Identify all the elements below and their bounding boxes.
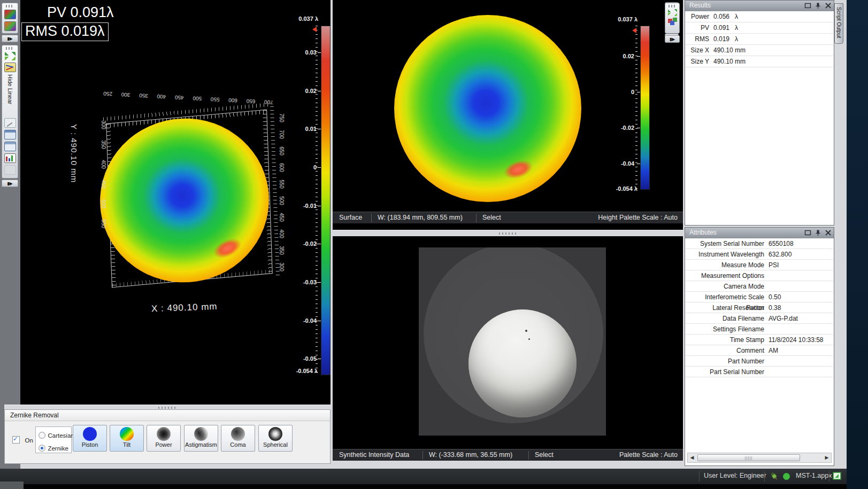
result-unit: λ [735,34,751,44]
axis-tick-label: 650 [279,146,285,156]
result-row: Size X 490.10 mm [686,45,833,56]
status-palette-scale[interactable]: Palette Scale : Auto [619,449,678,461]
attribute-value: 0.50 [769,292,833,302]
close-icon[interactable] [825,2,832,9]
attribute-label: System Serial Number [686,238,764,249]
attribute-value: 11/8/2024 10:33:58 AM [769,335,834,345]
window-restore-icon[interactable] [804,2,811,9]
axis-tick-label: 550 [101,219,106,228]
checkbox-icon[interactable] [12,436,20,444]
result-row: PV 0.091 λ [686,22,833,34]
close-icon[interactable] [825,229,832,236]
attribute-value: AVG-P.dat [769,313,833,323]
pin-icon[interactable] [815,229,821,236]
main-statusbar: User Level: Engineer MST-1.appx [0,469,847,484]
status-mode[interactable]: Select [482,212,501,223]
height-colorbar[interactable] [321,26,331,375]
zernike-panel-title: Zernike Removal [5,410,330,421]
connection-plug-icon[interactable] [769,471,779,483]
zernike-mode-group: Cartesian Zernike [35,426,72,453]
status-separator [371,214,372,222]
status-separator [764,471,765,482]
attributes-h-scrollbar[interactable]: ◀ ▶ [687,453,832,463]
toolbar-grip[interactable] [6,5,14,7]
toolbar-expand-button[interactable]: ▮▶ [2,180,18,187]
toolbar-expand-button[interactable]: ▮▶ [2,35,18,42]
radio-icon-selected[interactable] [39,445,45,452]
axis-tick-label: 650 [246,98,255,105]
dock-expand-button[interactable]: ▮▶ [665,35,680,43]
status-mode[interactable]: Select [535,449,554,461]
window-view-icon[interactable] [4,130,16,139]
attribute-label: Comment [686,345,764,355]
colorbar-tick-label: -0.04 [606,160,634,167]
intensity-speck [528,338,530,340]
zernike-button-tilt[interactable]: Tilt [110,425,144,452]
height-colorbar[interactable] [640,26,650,190]
scroll-right-arrow[interactable]: ▶ [823,454,831,462]
radio-icon[interactable] [39,432,45,439]
surface-2d-phase-map[interactable] [394,15,581,202]
scroll-left-arrow[interactable]: ◀ [688,454,696,462]
cubes-icon[interactable] [668,18,677,25]
measure-tool-icon[interactable] [4,118,16,128]
coma-icon [231,427,245,441]
cube-blue [670,21,674,25]
axis-tick-label: 300 [279,262,285,271]
toolbar-grip[interactable] [669,5,676,7]
result-row: RMS 0.019 λ [686,34,833,45]
attribute-row: Comment [686,345,833,356]
radio-cartesian[interactable]: Cartesian [39,430,71,440]
stamp-icon-disabled [4,165,16,175]
toolbar-grip[interactable] [6,47,14,50]
attribute-label: Settings Filename [686,324,764,334]
app-window-green-icon[interactable] [833,472,842,482]
zernike-button-piston[interactable]: Piston [73,425,107,452]
tile-windows-icon[interactable] [668,9,677,16]
colorbar-tick-label: 0 [290,164,317,170]
intensity-panel[interactable]: Synthetic Intensity Data W: (-333.68 mm,… [333,236,683,461]
attribute-row: Part Number [686,356,833,367]
pin-icon[interactable] [815,2,821,9]
background-window-corner [0,482,24,489]
intensity-statusbar: Synthetic Intensity Data W: (-333.68 mm,… [333,449,683,461]
attribute-value [769,270,833,281]
intensity-image[interactable] [419,247,606,436]
axis-tick-label: 400 [101,160,106,169]
colorbar-tick [318,359,321,359]
tile-windows-icon[interactable] [5,52,16,60]
surface-map-alt-icon[interactable] [4,21,16,31]
scrollbar-thumb[interactable] [697,454,800,461]
window-view-alt-icon[interactable] [4,142,16,151]
hide-linear-label: Hide Linear [7,74,13,104]
zernike-button-spherical[interactable]: Spherical [258,425,293,452]
zernike-button-power[interactable]: Power [147,425,181,452]
colorbar-tick-label: 0.02 [606,53,634,59]
colorbar-tick [318,129,321,129]
colorbar-tick-label: 0.03 [290,49,317,56]
status-palette-scale[interactable]: Height Palette Scale : Auto [598,212,678,223]
results-titlebar[interactable]: Results [685,1,834,11]
attribute-value: 6550108 [769,238,833,249]
radio-zernike[interactable]: Zernike [39,443,71,453]
axis-tick-label: 700 [264,99,273,105]
surface-map-icon[interactable] [4,10,16,19]
surface-2d-panel[interactable]: 0.037 λ 0.02 0 -0.02 -0.04 -0.054 λ ▮▶ S… [333,0,683,230]
result-label: Power [686,11,709,22]
window-restore-icon[interactable] [804,229,811,236]
zernike-button-astigmatism[interactable]: Astigmatism [184,425,218,452]
window-titlebar-shape [5,130,16,133]
report-chart-icon[interactable] [4,153,16,163]
zernike-on-checkbox[interactable]: On [12,435,33,445]
status-green-dot [783,473,790,480]
attributes-panel: Attributes System Serial Number 6550108 … [685,227,834,466]
zernike-button-label: Piston [73,441,106,448]
attributes-titlebar[interactable]: Attributes [685,228,834,238]
colorbar-tick [318,206,321,206]
script-output-tab[interactable]: Script Output [834,3,843,44]
surface-3d-plot-panel[interactable]: PV 0.091λ RMS 0.019λ 700 650 600 550 500… [20,0,331,405]
axis-tick-label: 500 [101,199,106,208]
zernike-button-coma[interactable]: Coma [221,425,255,452]
linear-plot-icon[interactable] [4,63,16,72]
attribute-value [769,367,833,377]
